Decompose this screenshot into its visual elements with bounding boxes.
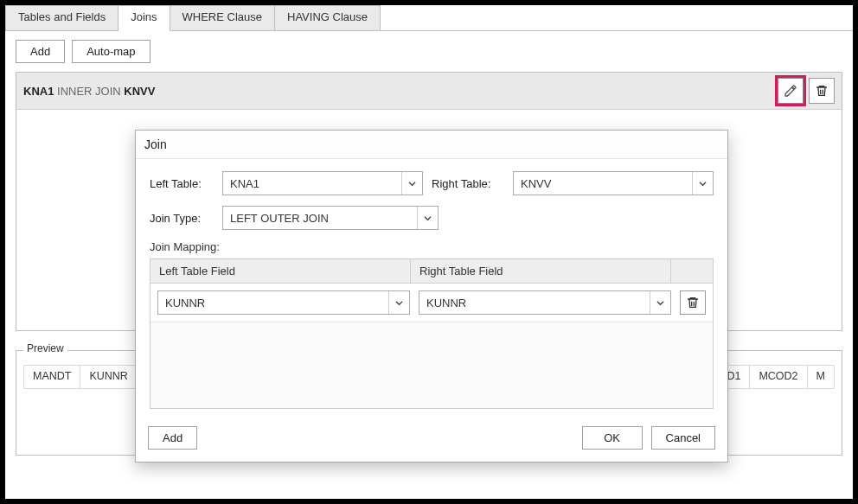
left-field-header: Left Table Field <box>150 259 411 283</box>
preview-legend: Preview <box>23 342 67 354</box>
join-mapping-label: Join Mapping: <box>150 240 714 253</box>
delete-mapping-button[interactable] <box>680 290 706 315</box>
tab-having[interactable]: HAVING Clause <box>275 5 381 30</box>
left-field-select[interactable]: KUNNR <box>157 290 410 315</box>
chevron-down-icon[interactable] <box>650 291 670 314</box>
automap-button[interactable]: Auto-map <box>72 40 150 63</box>
chevron-down-icon[interactable] <box>388 291 409 314</box>
left-table-select[interactable]: KNA1 <box>222 171 423 195</box>
edit-join-button[interactable] <box>778 78 804 104</box>
join-dialog: Join Left Table: KNA1 Right Table: KNVV … <box>135 130 728 463</box>
tab-joins[interactable]: Joins <box>118 5 170 31</box>
add-button[interactable]: Add <box>16 40 65 63</box>
left-table-label: Left Table: <box>150 177 214 190</box>
tabs: Tables and Fields Joins WHERE Clause HAV… <box>5 5 853 31</box>
right-table-select[interactable]: KNVV <box>513 171 714 195</box>
tab-where[interactable]: WHERE Clause <box>170 5 275 30</box>
join-mapping-grid: Left Table Field Right Table Field KUNNR… <box>150 258 714 409</box>
dialog-title: Join <box>136 131 727 159</box>
join-type-label: Join Type: <box>150 212 214 225</box>
trash-icon <box>686 296 700 309</box>
col-header: KUNNR <box>80 366 137 388</box>
chevron-down-icon[interactable] <box>692 172 713 195</box>
ok-button[interactable]: OK <box>582 426 643 450</box>
right-field-header: Right Table Field <box>411 259 671 283</box>
chevron-down-icon[interactable] <box>401 172 422 195</box>
right-field-select[interactable]: KUNNR <box>419 290 671 315</box>
cancel-button[interactable]: Cancel <box>651 426 715 450</box>
dialog-add-button[interactable]: Add <box>148 426 197 450</box>
pencil-icon <box>784 84 797 98</box>
tab-tables-fields[interactable]: Tables and Fields <box>5 5 118 30</box>
join-title: KNA1 INNER JOIN KNVV <box>23 85 155 98</box>
trash-icon <box>815 84 829 98</box>
col-header: MANDT <box>24 366 80 388</box>
delete-join-button[interactable] <box>809 78 835 104</box>
join-type-select[interactable]: LEFT OUTER JOIN <box>222 206 439 230</box>
col-header: MCOD2 <box>750 366 807 388</box>
col-header: M <box>808 366 834 388</box>
right-table-label: Right Table: <box>432 177 504 190</box>
chevron-down-icon[interactable] <box>417 207 438 229</box>
